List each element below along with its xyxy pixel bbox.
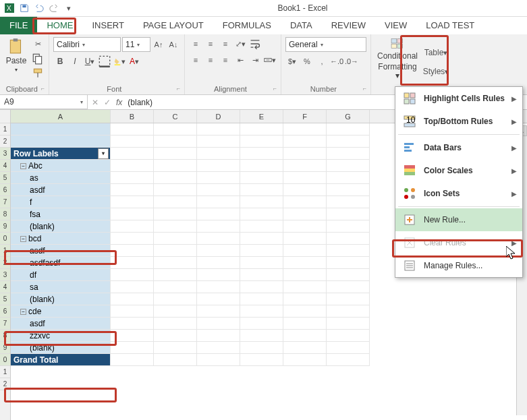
cell[interactable] bbox=[197, 245, 240, 257]
cell[interactable] bbox=[111, 257, 154, 269]
cell[interactable] bbox=[154, 172, 197, 184]
cell[interactable]: asdf bbox=[11, 318, 111, 330]
font-size-combo[interactable]: 11▾ bbox=[122, 37, 150, 52]
tab-home[interactable]: HOME bbox=[37, 17, 82, 34]
cell[interactable] bbox=[240, 318, 283, 330]
cell[interactable] bbox=[111, 245, 154, 257]
comma-format-icon[interactable]: , bbox=[315, 55, 329, 68]
cell[interactable] bbox=[327, 233, 370, 245]
cell[interactable] bbox=[154, 281, 197, 293]
collapse-icon[interactable]: − bbox=[20, 236, 26, 242]
cf-top-bottom-rules[interactable]: 10 Top/Bottom Rules▶ bbox=[395, 110, 522, 133]
number-format-combo[interactable]: General▾ bbox=[285, 37, 366, 52]
collapse-icon[interactable]: − bbox=[20, 309, 26, 315]
cell[interactable] bbox=[283, 305, 327, 318]
col-header-g[interactable]: G bbox=[327, 110, 370, 123]
cell[interactable] bbox=[197, 342, 240, 354]
paste-button[interactable]: Paste ▾ bbox=[4, 37, 28, 73]
cell[interactable] bbox=[111, 281, 154, 293]
cell[interactable] bbox=[240, 281, 283, 293]
cf-manage-rules[interactable]: Manage Rules... bbox=[395, 254, 522, 277]
cut-icon[interactable]: ✂ bbox=[31, 37, 45, 51]
cf-clear-rules[interactable]: Clear Rules▶ bbox=[395, 231, 522, 254]
collapse-icon[interactable]: − bbox=[20, 163, 26, 169]
merge-center-button[interactable]: ▾ bbox=[263, 53, 277, 67]
cell[interactable] bbox=[327, 196, 370, 208]
cell[interactable] bbox=[283, 342, 327, 354]
cell[interactable] bbox=[283, 208, 327, 220]
cell[interactable] bbox=[197, 208, 240, 220]
cell[interactable]: asdfasdf bbox=[11, 257, 111, 269]
cell[interactable] bbox=[240, 208, 283, 220]
cell[interactable] bbox=[154, 269, 197, 281]
cell[interactable]: (blank) bbox=[11, 220, 111, 233]
number-launcher-icon[interactable]: ⌐ bbox=[363, 85, 366, 92]
cell[interactable]: asdf bbox=[11, 184, 111, 196]
cell[interactable] bbox=[154, 233, 197, 245]
cell[interactable] bbox=[327, 245, 370, 257]
row-header[interactable]: 2 bbox=[0, 257, 10, 269]
decrease-font-icon[interactable]: A↓ bbox=[167, 38, 180, 51]
increase-font-icon[interactable]: A↑ bbox=[152, 38, 165, 51]
cell[interactable] bbox=[283, 160, 327, 172]
cell[interactable] bbox=[197, 220, 240, 233]
cell[interactable] bbox=[154, 342, 197, 354]
cell[interactable] bbox=[197, 354, 240, 366]
cell[interactable] bbox=[154, 148, 197, 160]
tab-review[interactable]: REVIEW bbox=[322, 17, 375, 34]
row-header[interactable]: 8 bbox=[0, 208, 10, 220]
cell[interactable] bbox=[111, 148, 154, 160]
cell[interactable] bbox=[240, 330, 283, 342]
cell[interactable] bbox=[111, 172, 154, 184]
pivot-filter-dropdown[interactable]: ▾ bbox=[98, 148, 109, 159]
cell[interactable] bbox=[283, 233, 327, 245]
tab-view[interactable]: VIEW bbox=[375, 17, 416, 34]
cell[interactable] bbox=[327, 160, 370, 172]
conditional-formatting-button[interactable]: Conditional Formatting ▾ bbox=[375, 37, 420, 80]
cell[interactable]: −Abc bbox=[11, 160, 111, 172]
row-header[interactable]: 2 bbox=[0, 136, 10, 148]
cell[interactable] bbox=[283, 184, 327, 196]
cell[interactable] bbox=[197, 148, 240, 160]
cell[interactable] bbox=[111, 123, 154, 136]
name-box[interactable]: A9▾ bbox=[0, 95, 88, 109]
font-color-icon[interactable]: A▾ bbox=[128, 55, 141, 68]
cell[interactable]: −bcd bbox=[11, 233, 111, 245]
row-header[interactable]: 8 bbox=[0, 330, 10, 342]
row-header[interactable]: 5 bbox=[0, 172, 10, 184]
cell[interactable] bbox=[111, 318, 154, 330]
format-painter-icon[interactable] bbox=[31, 67, 45, 80]
cell[interactable] bbox=[240, 342, 283, 354]
cell[interactable] bbox=[197, 293, 240, 305]
cell[interactable] bbox=[197, 172, 240, 184]
cell[interactable]: (blank) bbox=[11, 342, 111, 354]
row-header[interactable]: 7 bbox=[0, 196, 10, 208]
wrap-text-button[interactable] bbox=[248, 37, 262, 51]
cell[interactable]: df bbox=[11, 269, 111, 281]
cell[interactable] bbox=[154, 257, 197, 269]
cf-highlight-cells-rules[interactable]: Highlight Cells Rules▶ bbox=[395, 87, 522, 110]
row-header[interactable]: 9 bbox=[0, 342, 10, 354]
cell[interactable] bbox=[327, 172, 370, 184]
align-bottom-icon[interactable]: ≡ bbox=[219, 37, 232, 51]
cf-new-rule[interactable]: New Rule... bbox=[395, 208, 522, 231]
italic-button[interactable]: I bbox=[68, 55, 82, 68]
cell[interactable] bbox=[327, 208, 370, 220]
cell[interactable] bbox=[154, 184, 197, 196]
tab-pagelayout[interactable]: PAGE LAYOUT bbox=[134, 17, 213, 34]
tab-loadtest[interactable]: LOAD TEST bbox=[416, 17, 484, 34]
cell[interactable] bbox=[240, 233, 283, 245]
cell[interactable] bbox=[283, 136, 327, 148]
cell[interactable] bbox=[111, 160, 154, 172]
cell[interactable]: f bbox=[11, 196, 111, 208]
row-header[interactable]: 2 bbox=[0, 378, 10, 390]
cell[interactable] bbox=[197, 233, 240, 245]
cell[interactable] bbox=[154, 220, 197, 233]
cell[interactable] bbox=[283, 293, 327, 305]
row-header[interactable]: 3 bbox=[0, 148, 10, 160]
decrease-decimal-icon[interactable]: .0→ bbox=[345, 55, 358, 68]
cf-data-bars[interactable]: Data Bars▶ bbox=[395, 136, 522, 159]
cell[interactable] bbox=[283, 318, 327, 330]
col-header-f[interactable]: F bbox=[283, 110, 327, 123]
cell[interactable] bbox=[197, 269, 240, 281]
